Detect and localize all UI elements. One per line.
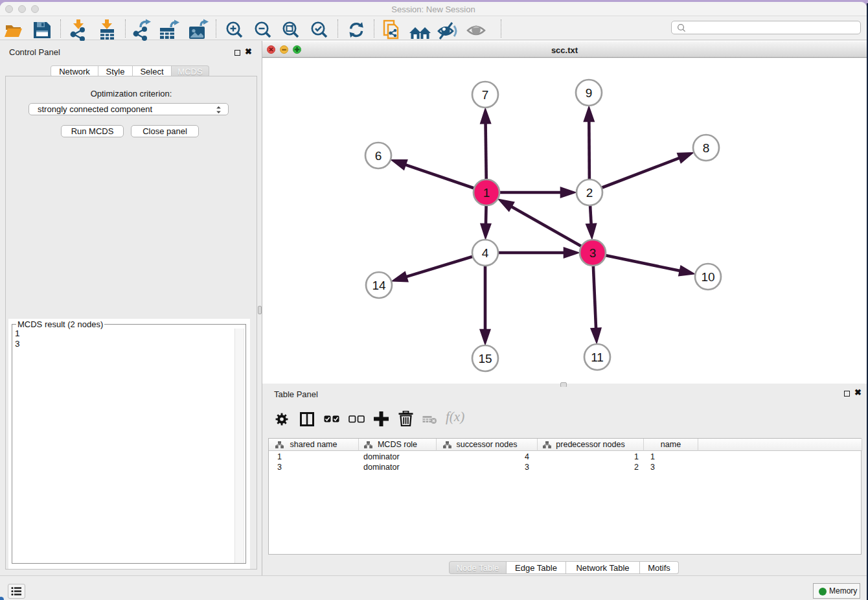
svg-text:14: 14 [372,279,386,292]
svg-text:3: 3 [589,246,597,260]
svg-text:4: 4 [482,246,489,260]
svg-text:11: 11 [591,351,604,364]
svg-text:1: 1 [483,186,490,200]
svg-text:2: 2 [586,186,593,200]
svg-text:10: 10 [701,270,714,284]
svg-text:7: 7 [482,88,489,102]
svg-text:15: 15 [478,352,492,365]
svg-text:6: 6 [375,149,382,163]
svg-text:9: 9 [586,86,593,100]
svg-text:8: 8 [703,141,710,155]
